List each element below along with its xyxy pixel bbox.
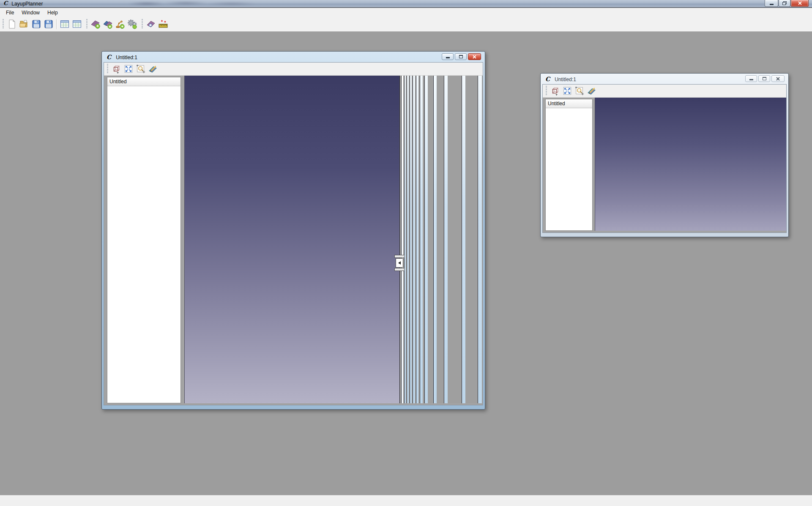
child2-window-controls [745, 75, 785, 82]
process-gears-button[interactable] [126, 18, 138, 30]
child1-close-button[interactable] [468, 53, 481, 60]
maximize-icon [459, 55, 463, 58]
window-frame-stripe-artifacts [399, 76, 483, 403]
child1-side-panel: Untitled [107, 77, 181, 403]
status-bar [0, 495, 812, 506]
surface-export-button[interactable] [101, 18, 114, 30]
toolbar-grip[interactable] [86, 19, 87, 29]
surface-import-icon [90, 19, 101, 29]
child2-title: Untitled:1 [555, 77, 576, 82]
collapsed-splitter-widget [394, 255, 405, 280]
child1-body: Untitled [104, 62, 483, 405]
toolbar-grip[interactable] [142, 19, 143, 29]
surface-import-button[interactable] [89, 18, 101, 30]
robot-arm-icon [115, 19, 125, 29]
toolbar-grip[interactable] [107, 64, 108, 74]
fit-view-button[interactable] [123, 63, 134, 75]
splitter-bar [394, 268, 405, 271]
open-folder-button[interactable] [18, 18, 30, 30]
paint-tool-icon [148, 64, 158, 74]
minimize-icon [749, 79, 753, 80]
splitter-expand-button[interactable] [396, 258, 403, 268]
child1-title-bar[interactable]: C Untitled:1 [104, 52, 483, 62]
view-cube-button[interactable] [110, 63, 122, 75]
child1-panel-list[interactable] [107, 86, 180, 403]
toolbar-grip[interactable] [546, 86, 547, 96]
child1-minimize-button[interactable] [442, 53, 454, 60]
layupplanner-app: { "app": { "logo_glyph": "C", "title": "… [0, 0, 812, 506]
surface-export-icon [103, 19, 113, 29]
stripe [413, 76, 415, 403]
child2-minimize-button[interactable] [745, 75, 757, 82]
paint-tool-button[interactable] [147, 63, 159, 75]
table-import-button[interactable] [71, 18, 83, 30]
child-window-1: C Untitled:1 Untitled [101, 51, 485, 410]
ruler-icon [158, 19, 168, 29]
restore-button[interactable] [779, 0, 790, 7]
close-button[interactable] [791, 0, 809, 7]
zoom-region-icon [575, 86, 584, 96]
child1-3d-viewport[interactable] [184, 76, 399, 403]
view-cube-icon [550, 86, 560, 96]
stripe [404, 76, 406, 403]
child1-logo-icon: C [107, 54, 111, 60]
close-icon [798, 1, 802, 5]
main-window-controls [765, 0, 809, 7]
save-button[interactable] [30, 18, 42, 30]
ruler-measure-button[interactable] [157, 18, 169, 30]
child1-window-controls [442, 53, 481, 60]
mdi-client-area: C Untitled:1 Untitled [0, 32, 812, 495]
main-title-bar[interactable]: C LayupPlanner [0, 0, 812, 8]
app-logo-icon: C [3, 0, 8, 6]
arrow-left-icon [398, 261, 401, 265]
child2-toolbar [543, 85, 786, 98]
zoom-region-button[interactable] [135, 63, 146, 75]
new-document-button[interactable] [5, 18, 18, 30]
zoom-region-button[interactable] [574, 85, 585, 97]
child2-logo-icon: C [545, 76, 550, 82]
robot-arm-button[interactable] [114, 18, 126, 30]
child2-maximize-button[interactable] [758, 75, 770, 82]
stripe [433, 76, 437, 403]
surface-home-button[interactable] [145, 18, 157, 30]
view-cube-icon [112, 64, 121, 74]
paint-tool-button[interactable] [586, 85, 597, 97]
minimize-icon [446, 57, 450, 58]
child2-title-bar[interactable]: C Untitled:1 [542, 74, 787, 84]
toolbar-group-tools [84, 17, 139, 31]
menu-file[interactable]: File [2, 9, 18, 16]
paint-tool-icon [587, 86, 596, 96]
child2-content: Untitled [543, 98, 786, 232]
restore-icon [782, 1, 787, 5]
fit-view-icon [563, 86, 572, 96]
table-export-button[interactable] [58, 18, 71, 30]
child2-panel-list[interactable] [546, 108, 592, 230]
save-as-button[interactable] [42, 18, 55, 30]
stripe [410, 76, 412, 403]
save-icon [31, 19, 41, 29]
menu-help[interactable]: Help [44, 9, 62, 16]
child2-side-panel: Untitled [545, 99, 593, 231]
child-window-2: C Untitled:1 Untitled [540, 73, 789, 237]
stripe [401, 76, 403, 403]
child2-close-button[interactable] [771, 75, 785, 82]
save-as-icon [44, 19, 54, 29]
surface-home-icon [146, 19, 156, 29]
open-folder-icon [19, 19, 29, 29]
child1-toolbar [104, 63, 483, 76]
child2-3d-viewport[interactable] [595, 98, 786, 231]
close-icon [776, 77, 780, 81]
child2-panel-header: Untitled [546, 99, 592, 108]
minimize-button[interactable] [765, 0, 778, 7]
table-import-icon [72, 19, 82, 29]
toolbar-separator [56, 19, 57, 29]
toolbar-group-file [0, 17, 84, 31]
toolbar-grip[interactable] [3, 19, 4, 29]
menu-window[interactable]: Window [18, 9, 44, 16]
fit-view-button[interactable] [561, 85, 573, 97]
stripe [416, 76, 418, 403]
view-cube-button[interactable] [549, 85, 560, 97]
child1-maximize-button[interactable] [455, 53, 467, 60]
splitter-bar [394, 255, 405, 258]
toolbar-group-measure [139, 17, 170, 31]
